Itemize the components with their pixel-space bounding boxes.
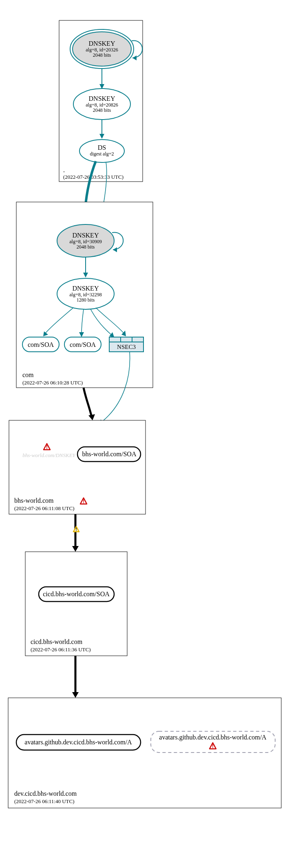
bhsworld-soa-text: bhs-world.com/SOA <box>82 451 137 457</box>
bhsworld-soa-node: bhs-world.com/SOA <box>77 447 141 462</box>
svg-text:!: ! <box>75 527 77 532</box>
com-nsec3-node: NSEC3 <box>109 337 143 352</box>
root-dnskey-ksk-node: DNSKEY alg=8, id=20326 2048 bits <box>70 29 134 69</box>
zone-cicd: cicd.bhs-world.com (2022-07-26 06:11:36 … <box>25 552 127 656</box>
cicd-soa-text: cicd.bhs-world.com/SOA <box>43 591 110 597</box>
edge-cicd-to-dev <box>72 656 79 698</box>
svg-marker-28 <box>88 414 95 420</box>
bhsworld-dnskey-missing-text: bhs-world.com/DNSKEY <box>22 452 76 458</box>
root-dnskey-zsk-node: DNSKEY alg=8, id=20826 2048 bits <box>73 89 130 120</box>
com-ksk-title: DNSKEY <box>73 232 99 239</box>
cicd-soa-node: cicd.bhs-world.com/SOA <box>39 587 114 602</box>
com-ksk-bits: 2048 bits <box>77 244 95 250</box>
com-dnskey-ksk-node: DNSKEY alg=8, id=30909 2048 bits <box>57 224 114 257</box>
svg-marker-34 <box>72 546 79 552</box>
dev-a-bad-node: avatars.github.dev.cicd.bhs-world.com/A … <box>151 731 275 753</box>
zone-bhsworld: bhs-world.com (2022-07-26 06:11:08 UTC) … <box>9 420 146 514</box>
zone-com-timestamp: (2022-07-26 06:10:28 UTC) <box>22 380 83 386</box>
com-zsk-bits: 1280 bits <box>77 297 95 303</box>
zone-root-label: . <box>63 166 65 173</box>
svg-text:!: ! <box>83 499 84 504</box>
svg-text:!: ! <box>212 744 214 749</box>
edge-com-to-bhsworld-black <box>84 388 95 420</box>
com-soa2-node: com/SOA <box>64 337 101 352</box>
dev-a-ok-node: avatars.github.dev.cicd.bhs-world.com/A <box>16 735 141 750</box>
zone-dev-timestamp: (2022-07-26 06:11:40 UTC) <box>14 798 75 804</box>
zone-root-timestamp: (2022-07-26 03:53:33 UTC) <box>63 174 124 180</box>
warning-icon: ! <box>73 526 79 532</box>
root-zsk-title: DNSKEY <box>89 95 115 102</box>
zone-dev: dev.cicd.bhs-world.com (2022-07-26 06:11… <box>8 698 281 808</box>
svg-text:!: ! <box>46 444 48 450</box>
com-zsk-title: DNSKEY <box>73 285 99 292</box>
com-zsk-alg: alg=8, id=32298 <box>69 292 102 297</box>
root-ksk-title: DNSKEY <box>89 40 115 47</box>
com-ksk-alg: alg=8, id=30909 <box>69 239 102 244</box>
zone-dev-label: dev.cicd.bhs-world.com <box>14 790 77 797</box>
root-ds-title: DS <box>98 144 106 151</box>
com-soa1-node: com/SOA <box>22 337 59 352</box>
zone-cicd-label: cicd.bhs-world.com <box>31 638 83 645</box>
zone-bhsworld-label: bhs-world.com <box>14 497 54 504</box>
root-zsk-alg: alg=8, id=20826 <box>86 102 118 108</box>
zone-cicd-timestamp: (2022-07-26 06:11:36 UTC) <box>31 646 91 653</box>
zone-com-label: com <box>22 371 34 378</box>
root-zsk-bits: 2048 bits <box>93 107 111 113</box>
com-soa1-text: com/SOA <box>28 341 54 348</box>
com-soa2-text: com/SOA <box>70 341 96 348</box>
zone-com: com (2022-07-26 06:10:28 UTC) DNSKEY alg… <box>16 202 153 388</box>
root-ds-alg: digest alg=2 <box>90 151 114 157</box>
root-ksk-alg: alg=8, id=20326 <box>86 47 118 53</box>
com-nsec3-text: NSEC3 <box>117 344 136 350</box>
dev-a-ok-text: avatars.github.dev.cicd.bhs-world.com/A <box>24 739 132 746</box>
edge-bhsworld-to-cicd: ! <box>72 514 79 552</box>
zone-root: . (2022-07-26 03:53:33 UTC) DNSKEY alg=8… <box>59 20 143 182</box>
svg-marker-38 <box>72 692 79 698</box>
root-ksk-bits: 2048 bits <box>93 52 111 58</box>
root-ds-node: DS digest alg=2 <box>79 140 124 162</box>
zone-bhsworld-timestamp: (2022-07-26 06:11:08 UTC) <box>14 505 75 511</box>
com-dnskey-zsk-node: DNSKEY alg=8, id=32298 1280 bits <box>57 278 114 309</box>
dnssec-diagram: . (2022-07-26 03:53:33 UTC) DNSKEY alg=8… <box>0 0 289 868</box>
dev-a-bad-text: avatars.github.dev.cicd.bhs-world.com/A <box>159 734 267 741</box>
